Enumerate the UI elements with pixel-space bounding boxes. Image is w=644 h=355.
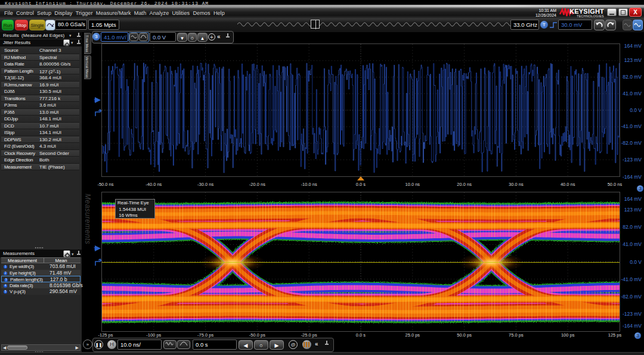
svg-text:T: T [94, 247, 97, 251]
svg-text:T: T [94, 98, 97, 102]
